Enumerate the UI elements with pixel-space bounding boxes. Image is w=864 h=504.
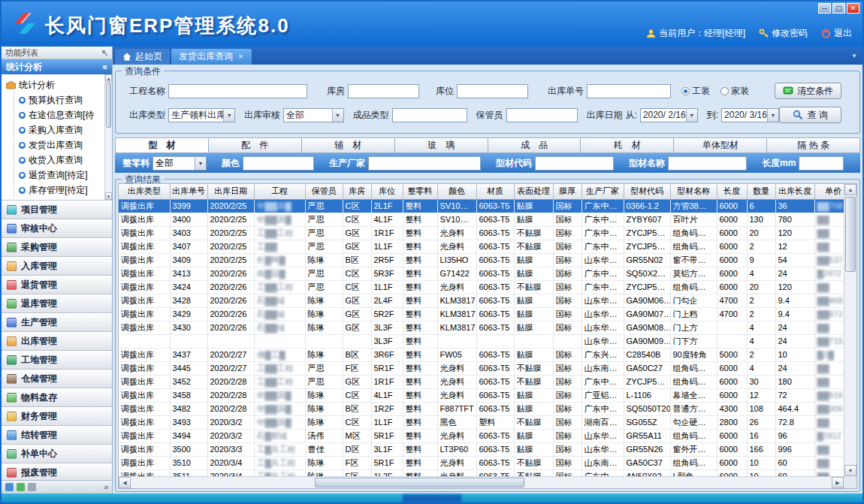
scroll-up-icon[interactable]: ▲	[105, 74, 112, 82]
table-row[interactable]: 调拨出库34132020/2/26南▓园▓严思C区5R3F整料G71422606…	[119, 267, 844, 280]
sidebar-tree-item[interactable]: 收货入库查询	[19, 152, 103, 167]
table-row[interactable]: 调拨出库34092020/2/25长▓网▓陈琳B区2R5F整料LI35HO606…	[119, 253, 844, 267]
material-tab[interactable]: 成 品	[488, 138, 582, 152]
horizontal-scrollbar[interactable]: ◀ ▶	[119, 476, 844, 488]
logout-button[interactable]: 退出	[821, 27, 852, 40]
status-icon[interactable]	[17, 483, 25, 491]
sidebar-item[interactable]: 审核中心	[2, 219, 112, 238]
table-row[interactable]: 调拨出库34582020/2/28华▓▓源▓陈琳C区4L1F整料光身料6063-…	[119, 388, 844, 402]
location-input[interactable]	[457, 84, 528, 98]
material-tab[interactable]: 玻 璃	[395, 138, 488, 152]
table-row[interactable]: 调拨出库34372020/2/27佛▓工▓陈琳B区3R6F整料FW056063-…	[119, 348, 844, 361]
chevron-down-icon[interactable]: ▼	[332, 109, 343, 122]
outbound-type-select[interactable]: 生产领料出库 ▼	[168, 108, 235, 122]
sidebar-tree-item[interactable]: 在途信息查询[待	[19, 107, 103, 122]
outbound-order-input[interactable]	[587, 84, 671, 98]
sidebar-item[interactable]: 采购管理	[2, 238, 112, 257]
scrollbar-thumb[interactable]	[315, 478, 525, 487]
chevron-down-icon[interactable]: ▼	[195, 157, 206, 170]
sidebar-item[interactable]: 结转管理	[2, 426, 112, 445]
monitor-icon[interactable]	[28, 483, 36, 491]
sidebar-item[interactable]: 财务管理	[2, 407, 112, 426]
sidebar-section-statistics[interactable]: 统计分析 «	[2, 59, 112, 74]
table-row[interactable]: 调拨出库34242020/2/26工▓▓工程严思C区1L1F整料光身料6063-…	[119, 280, 844, 294]
status-icon[interactable]	[5, 483, 14, 491]
tab-list-dropdown-icon[interactable]: ▼	[851, 53, 857, 59]
minimize-button[interactable]: ─	[818, 3, 831, 14]
table-row[interactable]: 调拨出库34072020/2/25工▓▓严思G区1L1F整料光身料6063-T5…	[119, 240, 844, 253]
keeper-input[interactable]	[506, 108, 578, 122]
tab-home[interactable]: 起始页	[115, 49, 170, 65]
sidebar-item[interactable]: 报废管理	[2, 463, 112, 480]
sidebar-tree-item[interactable]: 退货查询[待定]	[19, 167, 103, 183]
material-tab[interactable]: 隔 热 条	[767, 138, 859, 152]
project-name-input[interactable]	[168, 84, 307, 98]
sidebar-tree-item[interactable]: 库存管理[待定]	[19, 183, 103, 198]
material-tab[interactable]: 单体型材	[674, 138, 767, 152]
table-row[interactable]: 调拨出库34282020/2/26石▓▓城陈琳G区2L4F整料KLM381760…	[119, 294, 844, 307]
length-input[interactable]	[799, 156, 844, 171]
tab-close-icon[interactable]: ×	[237, 53, 244, 61]
chevron-down-icon[interactable]: ▼	[223, 109, 234, 122]
chevron-down-icon[interactable]: ▼	[686, 109, 697, 122]
sidebar-item[interactable]: 物料盘存	[2, 388, 112, 407]
sidebar-tree-root[interactable]: 统计分析	[6, 77, 103, 92]
sidebar-item[interactable]: 退货管理	[2, 276, 112, 294]
change-password-link[interactable]: 修改密码	[759, 27, 808, 40]
tree-scrollbar[interactable]: ▲ ▼	[104, 74, 112, 200]
table-row[interactable]: 调拨出库34302020/2/26石▓▓城陈琳G区3L3F整料KLM381760…	[119, 321, 844, 334]
table-row[interactable]: 调拨出库34932020/3/2华▓▓源▓陈琳C区1L1F整料黑色塑料不贴膜国标…	[119, 415, 844, 429]
table-row[interactable]: 调拨出库34942020/3/2石▓辉城汤伟M区5R1F整料光身料6063-T5…	[119, 429, 844, 442]
vertical-scrollbar[interactable]: ▲ ▼	[844, 184, 856, 476]
date-to-select[interactable]: 2020/ 3/16 ▼	[721, 108, 779, 122]
sidebar-item[interactable]: 仓储管理	[2, 370, 112, 388]
date-from-select[interactable]: 2020/ 2/16 ▼	[640, 108, 698, 122]
profile-code-input[interactable]	[535, 156, 614, 171]
table-row[interactable]: 调拨出库34002020/2/25华▓▓源▓严思C区4L1F整料SV10…606…	[119, 213, 844, 226]
profile-name-input[interactable]	[668, 156, 747, 171]
scroll-down-icon[interactable]: ▼	[844, 465, 856, 476]
scrollbar-thumb[interactable]	[845, 197, 856, 272]
table-row[interactable]: 3L3F整料山东华…GA90M09…门下方424▓▓71542▓	[119, 334, 844, 348]
sidebar-item[interactable]: 入库管理	[2, 257, 112, 276]
material-tab[interactable]: 耗 材	[581, 138, 674, 152]
tab-shipping-outbound-query[interactable]: 发货出库查询 ×	[171, 49, 252, 65]
table-row[interactable]: 调拨出库35102020/3/4工▓共工程陈琳F区5R1F整料光身料6063-T…	[119, 456, 844, 469]
maximize-button[interactable]: ▢	[832, 3, 845, 14]
table-row[interactable]: 调拨出库34522020/2/28工▓▓工程严思G区1R1F整料光身料6063-…	[119, 375, 844, 388]
table-row[interactable]: 调拨出库35112020/3/4工▓共工程陈琳F区1L2F整料光身料6063-T…	[119, 469, 844, 476]
color-input[interactable]	[243, 156, 314, 171]
sidebar-tree-item[interactable]: 发货出库查询	[19, 137, 103, 152]
clear-conditions-button[interactable]: 清空条件	[775, 83, 841, 99]
table-row[interactable]: 调拨出库34292020/2/26石▓▓城陈琳G区5R2F整料KLM381760…	[119, 307, 844, 321]
table-row[interactable]: 调拨出库34452020/2/27工▓▓工程严思F区5R1F整料光身料6063-…	[119, 361, 844, 375]
sidebar-item[interactable]: 项目管理	[2, 201, 112, 219]
warehouse-input[interactable]	[348, 84, 419, 98]
whole-part-select[interactable]: 全部 ▼	[153, 156, 207, 171]
sidebar-tree-item[interactable]: 采购入库查询	[19, 122, 103, 137]
sidebar-item[interactable]: 退库管理	[2, 294, 112, 313]
scroll-left-icon[interactable]: ◀	[119, 477, 131, 488]
table-row[interactable]: 调拨出库35002020/3/3工▓共工程曹佳D区3L1F整料LT3P60606…	[119, 442, 844, 456]
collapse-icon[interactable]: «	[102, 62, 107, 72]
sidebar-item[interactable]: 出库管理	[2, 332, 112, 351]
search-button[interactable]: 查 询	[779, 107, 841, 123]
scroll-down-icon[interactable]: ▼	[105, 192, 112, 200]
radio-gongzhuang[interactable]	[681, 87, 690, 95]
expand-icon[interactable]: »	[104, 483, 108, 491]
radio-jiazhuang[interactable]	[721, 87, 729, 95]
close-button[interactable]: ✕	[847, 3, 859, 14]
material-tab[interactable]: 配 件	[209, 138, 302, 152]
pin-icon[interactable]	[101, 50, 108, 56]
chevron-down-icon[interactable]: ▼	[767, 109, 778, 122]
table-row[interactable]: 调拨出库34032020/2/25工▓▓工程严思G区1R1F整料光身料6063-…	[119, 226, 844, 240]
outbound-audit-select[interactable]: 全部 ▼	[283, 108, 343, 122]
scrollbar-thumb[interactable]	[106, 83, 111, 128]
sidebar-item[interactable]: 生产管理	[2, 313, 112, 332]
manufacturer-input[interactable]	[368, 156, 481, 171]
sidebar-item[interactable]: 补单中心	[2, 445, 112, 463]
material-tab[interactable]: 型 材	[116, 138, 209, 152]
product-type-input[interactable]	[392, 108, 467, 122]
sidebar-item[interactable]: 工地管理	[2, 351, 112, 370]
table-row[interactable]: 调拨出库33992020/2/25华▓▓源▓严思C区2L1F整料SV10…606…	[119, 199, 844, 213]
